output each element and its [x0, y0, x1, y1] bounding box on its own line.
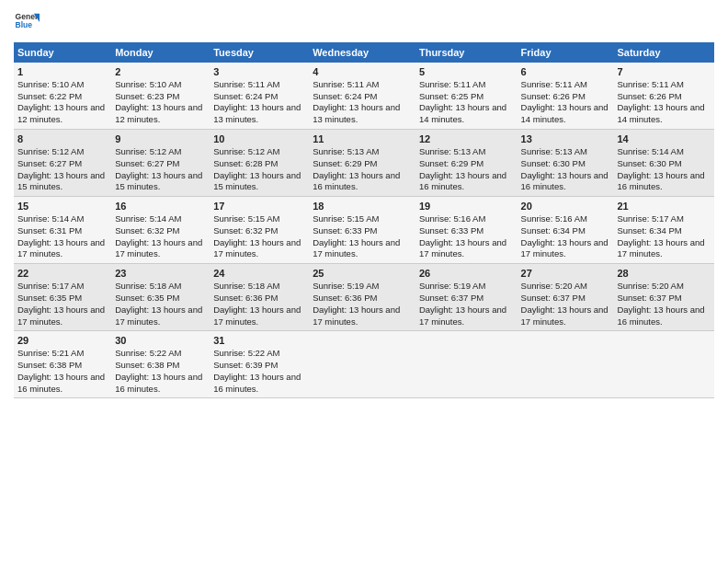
svg-text:Blue: Blue [16, 20, 33, 29]
day-number: 9 [115, 132, 206, 146]
col-header-sunday: Sunday [14, 42, 111, 63]
sunrise-text: Sunrise: 5:11 AM [617, 79, 683, 89]
logo: General Blue [14, 9, 40, 35]
sunset-text: Sunset: 6:32 PM [213, 225, 278, 236]
day-number: 7 [617, 65, 711, 79]
week-row-3: 15Sunrise: 5:14 AMSunset: 6:31 PMDayligh… [14, 197, 714, 264]
day-cell: 12Sunrise: 5:13 AMSunset: 6:29 PMDayligh… [415, 130, 518, 197]
day-number: 5 [419, 65, 514, 79]
day-cell: 9Sunrise: 5:12 AMSunset: 6:27 PMDaylight… [111, 130, 210, 197]
sunset-text: Sunset: 6:31 PM [17, 225, 82, 236]
sunrise-text: Sunrise: 5:19 AM [419, 281, 485, 291]
day-number: 1 [17, 65, 108, 79]
sunrise-text: Sunrise: 5:12 AM [17, 146, 84, 156]
sunset-text: Sunset: 6:30 PM [617, 158, 681, 168]
day-cell: 1Sunrise: 5:10 AMSunset: 6:22 PMDaylight… [14, 63, 111, 130]
sunrise-text: Sunrise: 5:10 AM [115, 79, 181, 89]
day-cell: 2Sunrise: 5:10 AMSunset: 6:23 PMDaylight… [111, 63, 210, 130]
day-number: 2 [115, 65, 206, 79]
day-number: 17 [213, 200, 305, 213]
sunrise-text: Sunrise: 5:20 AM [617, 281, 683, 291]
day-number: 10 [213, 132, 305, 146]
sunset-text: Sunset: 6:26 PM [617, 91, 681, 101]
sunset-text: Sunset: 6:26 PM [521, 91, 586, 101]
sunset-text: Sunset: 6:29 PM [313, 158, 377, 168]
day-number: 12 [419, 132, 514, 146]
sunrise-text: Sunrise: 5:12 AM [213, 146, 279, 156]
day-cell: 13Sunrise: 5:13 AMSunset: 6:30 PMDayligh… [518, 130, 614, 197]
sunrise-text: Sunrise: 5:22 AM [213, 348, 279, 358]
sunrise-text: Sunrise: 5:21 AM [17, 348, 84, 358]
sunset-text: Sunset: 6:38 PM [115, 360, 179, 370]
logo-icon: General Blue [14, 9, 40, 35]
sunset-text: Sunset: 6:33 PM [419, 225, 483, 236]
daylight-text: Daylight: 13 hours and 17 minutes. [115, 304, 202, 327]
daylight-text: Daylight: 13 hours and 16 minutes. [617, 170, 704, 192]
day-cell [309, 331, 415, 398]
day-cell: 15Sunrise: 5:14 AMSunset: 6:31 PMDayligh… [14, 197, 111, 264]
day-cell: 29Sunrise: 5:21 AMSunset: 6:38 PMDayligh… [14, 331, 111, 398]
day-cell: 14Sunrise: 5:14 AMSunset: 6:30 PMDayligh… [613, 130, 714, 197]
daylight-text: Daylight: 13 hours and 17 minutes. [213, 237, 301, 259]
sunrise-text: Sunrise: 5:16 AM [419, 213, 485, 224]
day-number: 14 [617, 132, 711, 146]
day-number: 20 [521, 200, 610, 213]
sunset-text: Sunset: 6:32 PM [115, 225, 179, 236]
day-cell: 20Sunrise: 5:16 AMSunset: 6:34 PMDayligh… [518, 197, 614, 264]
day-number: 19 [419, 200, 514, 213]
sunrise-text: Sunrise: 5:11 AM [213, 79, 279, 89]
sunset-text: Sunset: 6:24 PM [213, 91, 278, 101]
day-cell: 10Sunrise: 5:12 AMSunset: 6:28 PMDayligh… [210, 130, 309, 197]
day-cell: 7Sunrise: 5:11 AMSunset: 6:26 PMDaylight… [613, 63, 714, 130]
day-number: 30 [115, 334, 206, 348]
daylight-text: Daylight: 13 hours and 16 minutes. [313, 170, 400, 192]
day-number: 3 [213, 65, 305, 79]
day-cell: 11Sunrise: 5:13 AMSunset: 6:29 PMDayligh… [309, 130, 415, 197]
sunrise-text: Sunrise: 5:19 AM [313, 281, 379, 291]
daylight-text: Daylight: 13 hours and 16 minutes. [419, 170, 506, 192]
day-cell [518, 331, 614, 398]
sunset-text: Sunset: 6:35 PM [115, 293, 179, 303]
sunrise-text: Sunrise: 5:16 AM [521, 213, 587, 224]
day-number: 8 [17, 132, 108, 146]
sunset-text: Sunset: 6:22 PM [17, 91, 82, 101]
daylight-text: Daylight: 13 hours and 12 minutes. [115, 102, 202, 124]
day-number: 27 [521, 267, 610, 281]
sunrise-text: Sunrise: 5:13 AM [521, 146, 587, 156]
day-cell: 5Sunrise: 5:11 AMSunset: 6:25 PMDaylight… [415, 63, 518, 130]
header-row: SundayMondayTuesdayWednesdayThursdayFrid… [14, 42, 714, 63]
sunset-text: Sunset: 6:36 PM [313, 293, 377, 303]
day-cell [415, 331, 518, 398]
col-header-friday: Friday [518, 42, 614, 63]
day-number: 13 [521, 132, 610, 146]
daylight-text: Daylight: 13 hours and 16 minutes. [617, 304, 704, 327]
col-header-monday: Monday [111, 42, 210, 63]
sunset-text: Sunset: 6:30 PM [521, 158, 586, 168]
daylight-text: Daylight: 13 hours and 17 minutes. [17, 237, 105, 259]
daylight-text: Daylight: 13 hours and 13 minutes. [213, 102, 301, 124]
day-number: 26 [419, 267, 514, 281]
day-number: 24 [213, 267, 305, 281]
daylight-text: Daylight: 13 hours and 16 minutes. [115, 372, 202, 394]
sunrise-text: Sunrise: 5:14 AM [115, 213, 181, 224]
sunrise-text: Sunrise: 5:13 AM [313, 146, 379, 156]
daylight-text: Daylight: 13 hours and 17 minutes. [313, 237, 400, 259]
daylight-text: Daylight: 13 hours and 17 minutes. [521, 304, 609, 327]
daylight-text: Daylight: 13 hours and 17 minutes. [419, 237, 506, 259]
sunset-text: Sunset: 6:27 PM [17, 158, 82, 168]
sunrise-text: Sunrise: 5:18 AM [115, 281, 181, 291]
sunrise-text: Sunrise: 5:20 AM [521, 281, 587, 291]
day-cell: 8Sunrise: 5:12 AMSunset: 6:27 PMDaylight… [14, 130, 111, 197]
week-row-2: 8Sunrise: 5:12 AMSunset: 6:27 PMDaylight… [14, 130, 714, 197]
col-header-thursday: Thursday [415, 42, 518, 63]
day-cell: 30Sunrise: 5:22 AMSunset: 6:38 PMDayligh… [111, 331, 210, 398]
daylight-text: Daylight: 13 hours and 17 minutes. [17, 304, 105, 327]
day-number: 15 [17, 200, 108, 213]
daylight-text: Daylight: 13 hours and 17 minutes. [521, 237, 609, 259]
sunrise-text: Sunrise: 5:17 AM [617, 213, 683, 224]
week-row-5: 29Sunrise: 5:21 AMSunset: 6:38 PMDayligh… [14, 331, 714, 398]
day-cell: 21Sunrise: 5:17 AMSunset: 6:34 PMDayligh… [613, 197, 714, 264]
sunrise-text: Sunrise: 5:15 AM [313, 213, 379, 224]
daylight-text: Daylight: 13 hours and 17 minutes. [213, 304, 301, 327]
day-number: 11 [313, 132, 412, 146]
